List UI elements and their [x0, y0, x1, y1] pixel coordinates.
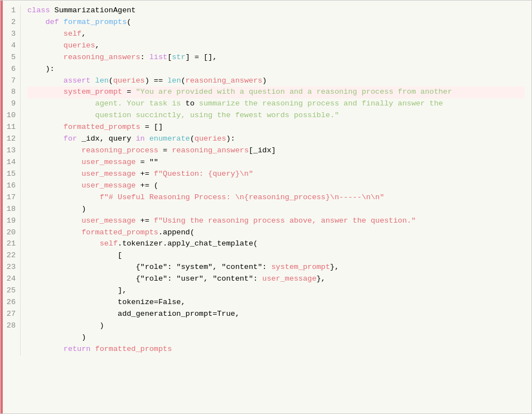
line-number: 3: [5, 28, 16, 40]
code-line: def format_prompts(: [27, 17, 525, 28]
line-numbers: 1234567891011121314151617181920212223242…: [1, 5, 21, 355]
line-number: 18: [5, 204, 16, 215]
code-line: formatted_prompts.append(: [27, 227, 525, 239]
code-line: assert len(queries) == len(reasoning_ans…: [27, 75, 525, 87]
code-line: user_message += f"Using the reasoning pr…: [27, 215, 525, 227]
line-number: 12: [5, 133, 16, 145]
line-number: 24: [5, 273, 16, 285]
code-line: ): [27, 204, 525, 215]
code-line: self,: [27, 28, 525, 40]
line-number: 27: [5, 309, 16, 320]
code-line: ): [27, 332, 525, 344]
code-line: self.tokenizer.apply_chat_template(: [27, 238, 525, 250]
line-number: 17: [5, 192, 16, 204]
code-container: 1234567891011121314151617181920212223242…: [1, 1, 531, 360]
line-number: 19: [5, 215, 16, 227]
line-number: 23: [5, 262, 16, 273]
line-number: 22: [5, 250, 16, 262]
line-number: 15: [5, 169, 16, 180]
code-line: queries,: [27, 40, 525, 52]
code-line: ],: [27, 285, 525, 297]
code-line: return formatted_prompts: [27, 344, 525, 355]
code-line: formatted_prompts = []: [27, 122, 525, 133]
line-number: 13: [5, 145, 16, 157]
code-line: class SummarizationAgent: [27, 5, 525, 17]
code-line: for _idx, query in enumerate(queries):: [27, 133, 525, 145]
code-line: ):: [27, 64, 525, 75]
code-window: 1234567891011121314151617181920212223242…: [0, 0, 532, 414]
code-line: add_generation_prompt=True,: [27, 309, 525, 320]
code-line: system_prompt = "You are provided with a…: [27, 86, 525, 98]
code-line: user_message = "": [27, 157, 525, 169]
code-line-continuation: question succinctly, using the fewest wo…: [27, 110, 525, 122]
line-number: 6: [5, 64, 16, 75]
code-line: user_message += (: [27, 180, 525, 192]
code-line: [: [27, 250, 525, 262]
line-number: 20: [5, 227, 16, 239]
code-content: class SummarizationAgent def format_prom…: [21, 5, 531, 355]
code-line-continuation: agent. Your task is to summarize the rea…: [27, 98, 525, 110]
code-line: reasoning_process = reasoning_answers[_i…: [27, 145, 525, 157]
line-number: 9: [5, 98, 16, 110]
line-number: 2: [5, 17, 16, 28]
line-number: 10: [5, 110, 16, 122]
line-number: 7: [5, 75, 16, 87]
line-number: 26: [5, 297, 16, 309]
line-number: 4: [5, 40, 16, 52]
code-line: {"role": "system", "content": system_pro…: [27, 262, 525, 273]
code-line: ): [27, 320, 525, 332]
code-line: user_message += f"Question: {query}\n": [27, 169, 525, 180]
line-number: 11: [5, 122, 16, 133]
line-number: 5: [5, 52, 16, 64]
line-number: 1: [5, 5, 16, 17]
line-number: 16: [5, 180, 16, 192]
code-line: reasoning_answers: list[str] = [],: [27, 52, 525, 64]
line-number: 28: [5, 320, 16, 332]
code-line: f"# Useful Reasoning Process: \n{reasoni…: [27, 192, 525, 204]
line-number: 21: [5, 238, 16, 250]
line-number: 25: [5, 285, 16, 297]
code-line: {"role": "user", "content": user_message…: [27, 273, 525, 285]
red-bar: [1, 1, 3, 413]
line-number: 8: [5, 86, 16, 98]
code-line: tokenize=False,: [27, 297, 525, 309]
line-number: 14: [5, 157, 16, 169]
